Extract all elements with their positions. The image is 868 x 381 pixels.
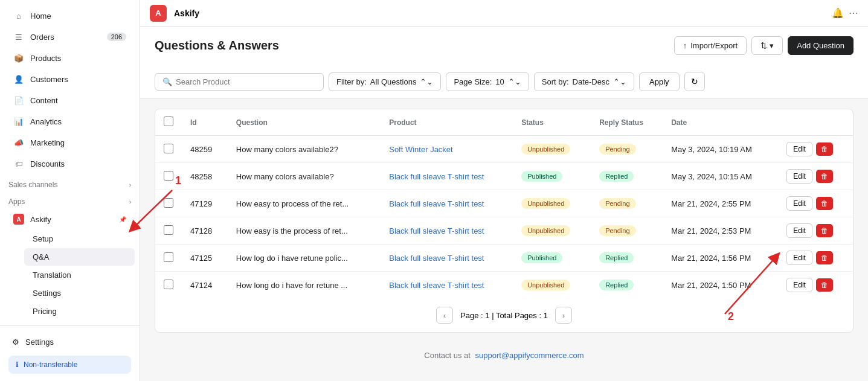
edit-button-5[interactable]: Edit [786, 278, 812, 292]
edit-button-0[interactable]: Edit [786, 142, 812, 156]
refresh-button[interactable]: ↻ [684, 72, 705, 91]
delete-button-5[interactable]: 🗑 [816, 278, 833, 292]
sidebar-sub-item-qa[interactable]: Q&A [24, 248, 135, 266]
edit-button-2[interactable]: Edit [786, 196, 812, 211]
footer-email-link[interactable]: support@appifycommerce.com [475, 351, 584, 360]
product-link-0[interactable]: Soft Winter Jacket [389, 145, 452, 154]
main-area: A Askify 🔔 ⋯ Questions & Answers ↑ Impor… [140, 0, 868, 381]
edit-button-3[interactable]: Edit [786, 223, 812, 238]
reply-status-badge-1: Replied [599, 171, 634, 182]
prev-page-button[interactable]: ‹ [436, 307, 453, 324]
import-export-button[interactable]: ↑ Import/Export [674, 36, 747, 55]
product-link-3[interactable]: Black full sleave T-shirt test [389, 226, 484, 235]
sidebar-item-askify[interactable]: A Askify 📌 [5, 209, 135, 229]
cell-question-1: How many colors available? [228, 163, 381, 190]
page-size-select[interactable]: Page Size: 10 ⌃⌄ [446, 72, 529, 91]
sidebar-item-content[interactable]: 📄 Content [5, 90, 135, 110]
sidebar-sub-nav: Setup Q&A Translation Settings Pricing R… [0, 230, 140, 325]
sales-channels-section[interactable]: Sales channels › [0, 174, 140, 191]
search-input[interactable] [176, 77, 316, 86]
status-badge-3: Unpublished [521, 225, 570, 236]
table-row: 48259 How many colors available2? Soft W… [155, 136, 853, 163]
product-link-1[interactable]: Black full sleave T-shirt test [389, 172, 484, 181]
cell-status-2: Unpublished [513, 190, 591, 217]
delete-button-1[interactable]: 🗑 [816, 170, 833, 183]
delete-button-3[interactable]: 🗑 [816, 224, 833, 237]
orders-icon: ☰ [13, 31, 24, 42]
apps-section[interactable]: Apps › [0, 191, 140, 208]
page-size-label: Page Size: [454, 77, 492, 86]
reply-status-badge-0: Pending [599, 144, 635, 155]
trash-icon-2: 🗑 [821, 199, 828, 208]
pagination: ‹ Page : 1 | Total Pages : 1 › [155, 298, 853, 332]
settings-nav-item[interactable]: ⚙ Settings [8, 333, 131, 351]
cell-date-2: Mar 21, 2024, 2:55 PM [663, 190, 778, 217]
sidebar-label-orders: Orders [30, 33, 54, 42]
table-body: 48259 How many colors available2? Soft W… [155, 136, 853, 299]
select-all-checkbox[interactable] [164, 117, 173, 126]
row-checkbox-2[interactable] [164, 198, 173, 208]
product-link-2[interactable]: Black full sleave T-shirt test [389, 199, 484, 208]
row-checkbox-4[interactable] [164, 252, 173, 262]
edit-button-4[interactable]: Edit [786, 251, 812, 265]
bell-icon[interactable]: 🔔 [832, 7, 844, 19]
sort-icon: ⇅ [760, 41, 767, 50]
status-badge-4: Published [521, 252, 562, 263]
add-question-button[interactable]: Add Question [788, 36, 854, 55]
cell-product-5: Black full sleave T-shirt test [381, 272, 513, 299]
footer-contact-text: Contact us at [424, 351, 471, 360]
sidebar-item-marketing[interactable]: 📣 Marketing [5, 132, 135, 153]
sidebar-item-customers[interactable]: 👤 Customers [5, 69, 135, 89]
customers-icon: 👤 [13, 74, 24, 85]
sidebar-sub-item-pricing[interactable]: Pricing [24, 303, 135, 320]
apply-button[interactable]: Apply [639, 72, 680, 91]
filter-value: All Questions [370, 77, 417, 86]
delete-button-0[interactable]: 🗑 [816, 142, 833, 156]
next-page-button[interactable]: › [555, 307, 572, 324]
cell-product-4: Black full sleave T-shirt test [381, 245, 513, 272]
row-checkbox-5[interactable] [164, 280, 173, 289]
row-checkbox-0[interactable] [164, 144, 173, 153]
filter-chevron-icon: ⌃⌄ [420, 77, 433, 86]
sidebar-item-home[interactable]: ⌂ Home [5, 5, 135, 26]
product-link-5[interactable]: Black full sleave T-shirt test [389, 281, 484, 290]
askify-topbar: A Askify 🔔 ⋯ [140, 0, 868, 27]
delete-button-4[interactable]: 🗑 [816, 251, 833, 264]
sidebar-sub-item-setup[interactable]: Setup [24, 230, 135, 248]
page-title: Questions & Answers [155, 39, 279, 53]
cell-id-4: 47125 [182, 245, 228, 272]
filter-select[interactable]: Filter by: All Questions ⌃⌄ [329, 72, 441, 91]
non-transferable-badge: ℹ Non-transferable [8, 356, 131, 374]
sidebar-item-analytics[interactable]: 📊 Analytics [5, 111, 135, 132]
askify-bar-name: Askify [174, 8, 199, 18]
sidebar-sub-label-setup: Setup [33, 234, 53, 243]
sidebar-item-orders[interactable]: ☰ Orders 206 [5, 27, 135, 47]
sidebar-item-products[interactable]: 📦 Products [5, 48, 135, 68]
edit-button-1[interactable]: Edit [786, 169, 812, 184]
sort-options-button[interactable]: ⇅ ▾ [751, 36, 783, 55]
trash-icon-5: 🗑 [821, 281, 828, 289]
search-box[interactable]: 🔍 [155, 73, 324, 91]
sidebar-sub-item-reviews[interactable]: Reviews [24, 321, 135, 325]
settings-label: Settings [25, 338, 54, 347]
reply-status-badge-5: Replied [599, 280, 634, 290]
delete-button-2[interactable]: 🗑 [816, 197, 833, 210]
sort-select[interactable]: Sort by: Date-Desc ⌃⌄ [534, 72, 634, 91]
page-size-chevron-icon: ⌃⌄ [508, 77, 521, 86]
sidebar-sub-item-translation[interactable]: Translation [24, 266, 135, 284]
row-checkbox-1[interactable] [164, 171, 173, 181]
sidebar-sub-label-settings: Settings [33, 289, 61, 298]
dropdown-icon: ▾ [770, 41, 774, 50]
sidebar-sub-item-settings[interactable]: Settings [24, 284, 135, 302]
cell-reply-status-5: Replied [591, 272, 663, 299]
cell-actions-5: Edit 🗑 [778, 272, 853, 299]
cell-product-1: Black full sleave T-shirt test [381, 163, 513, 190]
row-checkbox-3[interactable] [164, 225, 173, 235]
non-transferable-label: Non-transferable [24, 360, 77, 369]
refresh-icon: ↻ [691, 77, 698, 86]
cell-reply-status-3: Pending [591, 217, 663, 245]
more-icon[interactable]: ⋯ [849, 7, 858, 19]
sidebar-item-discounts[interactable]: 🏷 Discounts [5, 153, 135, 174]
col-id: Id [182, 109, 228, 136]
product-link-4[interactable]: Black full sleave T-shirt test [389, 254, 484, 263]
